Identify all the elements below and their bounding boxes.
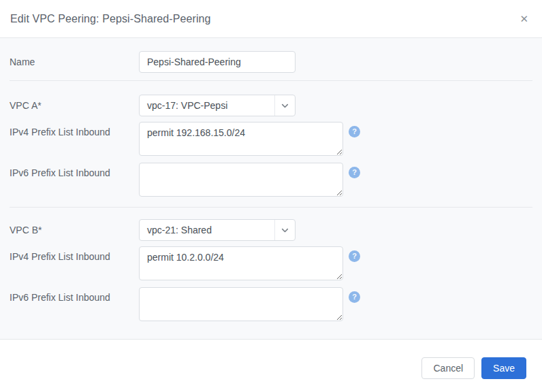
- vpc-a-ipv6-row: IPv6 Prefix List Inbound ?: [10, 163, 532, 197]
- vpc-a-select[interactable]: vpc-17: VPC-Pepsi: [139, 95, 296, 116]
- vpc-b-ipv6-label: IPv6 Prefix List Inbound: [10, 287, 139, 303]
- help-icon[interactable]: ?: [349, 126, 360, 137]
- vpc-a-selected-value: vpc-17: VPC-Pepsi: [140, 95, 274, 116]
- vpc-b-selected-value: vpc-21: Shared: [140, 220, 274, 240]
- chevron-down-icon: [275, 220, 295, 240]
- modal-header: Edit VPC Peering: Pepsi-Shared-Peering ✕: [0, 0, 542, 38]
- cancel-button[interactable]: Cancel: [421, 357, 475, 379]
- vpc-a-ipv4-label: IPv4 Prefix List Inbound: [10, 122, 139, 137]
- close-icon[interactable]: ✕: [517, 11, 531, 27]
- help-icon[interactable]: ?: [349, 250, 360, 262]
- chevron-down-icon: [275, 95, 295, 116]
- modal-title: Edit VPC Peering: Pepsi-Shared-Peering: [10, 13, 211, 25]
- vpc-b-ipv6-row: IPv6 Prefix List Inbound ?: [10, 287, 532, 321]
- modal-body: Name VPC A* vpc-17: VPC-Pepsi IPv4 Pref: [0, 38, 542, 339]
- vpc-b-ipv6-textarea[interactable]: [139, 287, 343, 321]
- vpc-b-ipv4-row: IPv4 Prefix List Inbound permit 10.2.0.0…: [10, 246, 532, 280]
- name-label: Name: [10, 56, 139, 67]
- section-divider: [10, 207, 532, 208]
- help-icon[interactable]: ?: [349, 167, 360, 178]
- modal-footer: Cancel Save: [0, 339, 542, 392]
- name-row: Name: [10, 51, 532, 73]
- vpc-a-ipv6-textarea[interactable]: [139, 163, 343, 197]
- vpc-b-row: VPC B* vpc-21: Shared: [10, 219, 532, 241]
- vpc-a-ipv6-label: IPv6 Prefix List Inbound: [10, 163, 139, 178]
- vpc-a-ipv4-textarea[interactable]: permit 192.168.15.0/24: [139, 122, 343, 156]
- vpc-a-label: VPC A*: [10, 100, 139, 111]
- vpc-b-ipv4-label: IPv4 Prefix List Inbound: [10, 246, 139, 262]
- name-input[interactable]: [139, 51, 296, 73]
- vpc-a-ipv4-row: IPv4 Prefix List Inbound permit 192.168.…: [10, 122, 532, 156]
- section-divider: [10, 80, 532, 81]
- save-button[interactable]: Save: [481, 357, 526, 379]
- edit-vpc-peering-modal: Edit VPC Peering: Pepsi-Shared-Peering ✕…: [0, 0, 542, 392]
- vpc-b-select[interactable]: vpc-21: Shared: [139, 219, 296, 241]
- vpc-a-row: VPC A* vpc-17: VPC-Pepsi: [10, 95, 532, 116]
- vpc-b-ipv4-textarea[interactable]: permit 10.2.0.0/24: [139, 246, 343, 280]
- vpc-b-label: VPC B*: [10, 225, 139, 235]
- help-icon[interactable]: ?: [349, 291, 360, 303]
